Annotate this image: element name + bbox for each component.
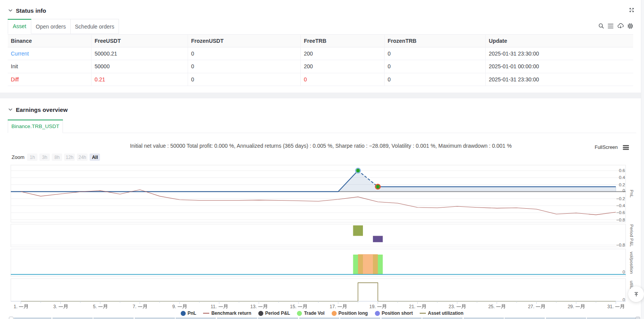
x-tick-label: 7. xyxy=(132,304,146,309)
panel-period-pnl: −0.8Period P&L xyxy=(11,224,634,247)
cjk-glyph xyxy=(382,304,386,308)
y-axis-title-vol-position: vol/position xyxy=(629,251,634,274)
x-tick-label: 11. xyxy=(211,304,227,309)
cjk-glyph xyxy=(462,304,465,308)
x-tick-label: 3. xyxy=(53,304,67,309)
x-tick-label: 5. xyxy=(93,304,107,309)
y-tick-label: 0.4 xyxy=(619,175,625,180)
cjk-glyph xyxy=(581,304,584,308)
svg-text:27.: 27. xyxy=(528,304,534,309)
column-period-p&l xyxy=(373,236,383,242)
x-tick-label: 27. xyxy=(528,304,544,309)
x-axis: 1.3.5.7.9.11.13.15.17.19.21.23.25.27.29.… xyxy=(11,301,626,309)
cjk-glyph xyxy=(24,304,27,308)
svg-text:5.: 5. xyxy=(93,304,97,309)
x-tick-label: 25. xyxy=(488,304,505,309)
arrow-up-to-line-icon xyxy=(632,290,640,298)
cjk-glyph xyxy=(143,304,146,308)
cjk-glyph xyxy=(541,304,544,308)
page: Status info AssetOpen ordersSchedule ord… xyxy=(0,0,644,319)
y-tick-label: 0 xyxy=(623,188,625,193)
cjk-glyph xyxy=(103,304,107,308)
cjk-glyph xyxy=(64,304,67,308)
panel-frame xyxy=(11,249,626,277)
panel-utilization: 0utilization xyxy=(11,279,634,302)
series-group-utilization xyxy=(21,283,616,301)
panel-vol-position: 0vol/position xyxy=(11,249,634,277)
svg-text:23.: 23. xyxy=(449,304,455,309)
back-to-top-button[interactable] xyxy=(628,286,644,302)
panel-frame xyxy=(11,165,626,222)
cjk-glyph xyxy=(501,304,505,308)
svg-text:13.: 13. xyxy=(250,304,257,309)
x-tick-label: 15. xyxy=(290,304,307,309)
trade-marker[interactable] xyxy=(356,168,360,173)
svg-text:3.: 3. xyxy=(53,304,57,309)
y-axis-title-pnl: PnL xyxy=(629,190,634,198)
y-tick-label: 0.6 xyxy=(619,168,625,173)
svg-text:11.: 11. xyxy=(211,304,217,309)
x-tick-label: 9. xyxy=(172,304,186,309)
trade-marker[interactable] xyxy=(375,184,380,189)
series-group-pnl xyxy=(11,168,616,215)
cjk-glyph xyxy=(224,304,227,308)
cjk-glyph xyxy=(303,304,307,308)
cjk-glyph xyxy=(342,304,346,308)
svg-text:25.: 25. xyxy=(488,304,495,309)
x-tick-label: 13. xyxy=(250,304,267,309)
svg-text:7.: 7. xyxy=(132,304,136,309)
svg-text:17.: 17. xyxy=(330,304,336,309)
panel-frame xyxy=(11,224,626,247)
x-tick-label: 1. xyxy=(14,304,27,309)
svg-text:9.: 9. xyxy=(172,304,176,309)
y-tick-label: 0.2 xyxy=(619,182,625,187)
x-tick-label: 19. xyxy=(369,304,386,309)
series-benchmark-return xyxy=(21,190,616,215)
series-group-period-pnl xyxy=(353,225,383,242)
cjk-glyph xyxy=(263,304,267,308)
cjk-glyph xyxy=(620,304,624,308)
earnings-chart[interactable]: 0.60.40.20−0.2−0.4−0.6−0.8PnL−0.8Period … xyxy=(0,0,644,319)
column-span-position-long xyxy=(358,254,378,275)
y-tick-label: −0.4 xyxy=(616,203,625,208)
svg-text:1.: 1. xyxy=(14,304,17,309)
svg-text:31.: 31. xyxy=(607,304,614,309)
y-tick-label: −0.8 xyxy=(616,218,625,222)
y-axis-title-period-pnl: Period P&L xyxy=(629,224,634,247)
x-tick-label: 21. xyxy=(409,304,425,309)
svg-text:21.: 21. xyxy=(409,304,415,309)
y-tick-label: −0.8 xyxy=(616,243,625,247)
x-tick-label: 17. xyxy=(330,304,346,309)
column-period-p&l xyxy=(353,225,363,236)
series-pnl-area xyxy=(11,170,616,192)
y-tick-label: −0.2 xyxy=(616,196,625,201)
x-tick-label: 23. xyxy=(449,304,465,309)
series-group-vol-position xyxy=(11,254,626,275)
svg-text:29.: 29. xyxy=(568,304,574,309)
svg-text:19.: 19. xyxy=(369,304,376,309)
cjk-glyph xyxy=(183,304,186,308)
panel-pnl: 0.60.40.20−0.2−0.4−0.6−0.8PnL xyxy=(11,165,634,222)
x-tick-label: 29. xyxy=(568,304,584,309)
svg-text:15.: 15. xyxy=(290,304,297,309)
y-tick-label: −0.6 xyxy=(616,210,625,215)
cjk-glyph xyxy=(422,304,425,308)
panel-frame xyxy=(11,279,626,302)
series-asset-utilization xyxy=(21,283,616,301)
y-tick-label: 0 xyxy=(623,270,625,274)
x-tick-label: 31. xyxy=(607,304,624,309)
